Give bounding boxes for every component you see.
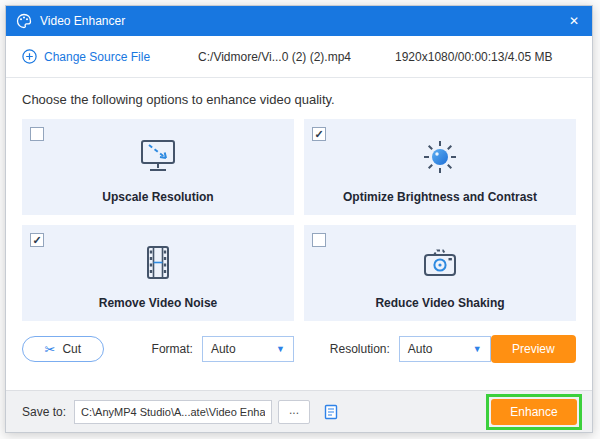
prompt-text: Choose the following options to enhance … [6,78,592,119]
upscale-resolution-checkbox[interactable] [30,127,44,141]
reduce-video-shaking-label: Reduce Video Shaking [375,296,504,321]
source-file-info: 1920x1080/00:00:13/4.05 MB [395,50,552,64]
upscale-resolution-label: Upscale Resolution [102,190,213,215]
enhance-highlight: Enhance [486,394,582,430]
upscale-resolution-icon [135,119,181,190]
enhance-button[interactable]: Enhance [491,399,577,425]
file-icon [322,403,340,421]
resolution-value: Auto [408,342,433,356]
option-card-upscale-resolution[interactable]: Upscale Resolution [22,119,294,215]
save-to-label: Save to: [22,405,66,419]
reduce-video-shaking-checkbox[interactable] [312,233,326,247]
option-card-brightness-contrast[interactable]: ✓ Optimize Brightness and Contrast [304,119,576,215]
window-title: Video Enhancer [40,14,125,28]
app-palette-icon [16,13,32,29]
format-select[interactable]: Auto ▼ [202,336,294,362]
resolution-label: Resolution: [330,342,390,356]
cut-label: Cut [62,342,81,356]
video-shaking-icon [418,225,462,296]
option-card-remove-video-noise[interactable]: ✓ Remove Video Noise [22,225,294,321]
format-value: Auto [211,342,236,356]
brightness-contrast-checkbox[interactable]: ✓ [312,127,326,141]
preview-button[interactable]: Preview [491,335,576,363]
plus-circle-icon [22,49,37,64]
chevron-down-icon: ▼ [473,344,482,354]
resolution-select[interactable]: Auto ▼ [399,336,491,362]
options-grid: Upscale Resolution ✓ Opti [6,119,592,321]
close-button[interactable]: ✕ [556,6,592,36]
change-source-file-button[interactable]: Change Source File [22,49,150,64]
save-path-input[interactable] [74,400,272,424]
video-noise-icon [138,225,178,296]
open-folder-button[interactable] [318,400,344,424]
scissors-icon: ✂ [44,342,55,357]
source-row: Change Source File C:/Vidmore/Vi...0 (2)… [6,36,592,78]
footer-bar: Save to: ... Enhance [6,390,592,432]
titlebar: Video Enhancer ✕ [6,6,592,36]
cut-button[interactable]: ✂ Cut [22,336,104,362]
format-label: Format: [152,342,193,356]
chevron-down-icon: ▼ [276,344,285,354]
remove-video-noise-label: Remove Video Noise [99,296,218,321]
remove-video-noise-checkbox[interactable]: ✓ [30,233,44,247]
option-card-reduce-video-shaking[interactable]: Reduce Video Shaking [304,225,576,321]
browse-button[interactable]: ... [278,400,310,424]
source-file-path: C:/Vidmore/Vi...0 (2) (2).mp4 [198,50,351,64]
change-source-file-label: Change Source File [44,50,150,64]
brightness-contrast-label: Optimize Brightness and Contrast [343,190,537,215]
close-icon: ✕ [569,14,579,28]
brightness-contrast-icon [417,119,463,190]
controls-row: ✂ Cut Format: Auto ▼ Resolution: Auto ▼ … [6,335,592,363]
video-enhancer-window: Video Enhancer ✕ Change Source File C:/V… [5,5,593,433]
